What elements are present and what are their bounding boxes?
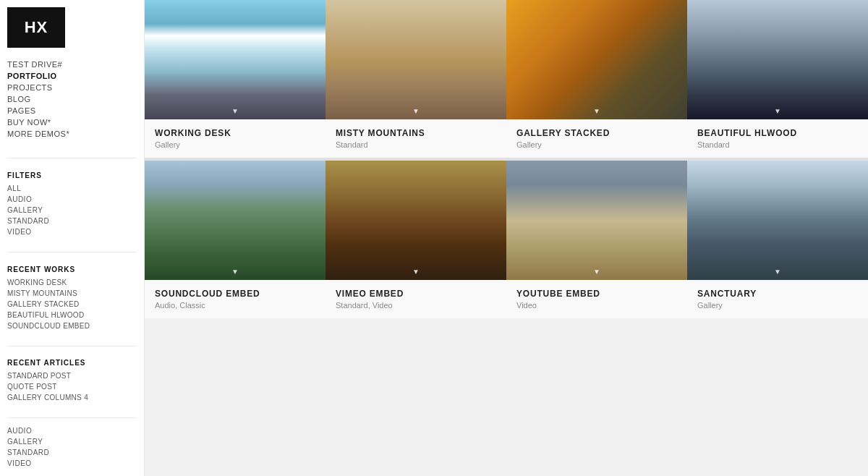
recent-work-1[interactable]: WORKING DESK — [7, 277, 137, 288]
portfolio-type-7: Video — [516, 301, 677, 310]
portfolio-type-2: Standard — [336, 140, 496, 149]
filter-gallery[interactable]: GALLERY — [7, 205, 137, 216]
portfolio-item-6[interactable]: VIMEO EMBED Standard, Video — [326, 161, 506, 318]
divider-3 — [7, 346, 137, 347]
portfolio-image-4 — [687, 0, 868, 119]
portfolio-item-1[interactable]: WORKING DESK Gallery — [145, 0, 326, 158]
portfolio-type-8: Gallery — [697, 301, 858, 310]
nav-item-testdrive[interactable]: TEST DRIVE# — [7, 59, 137, 70]
nav-item-moredemos[interactable]: MORE DEMOS* — [7, 128, 137, 140]
portfolio-image-6 — [326, 161, 506, 280]
portfolio-info-8: SANCTUARY Gallery — [687, 280, 868, 318]
recent-work-2[interactable]: MISTY MOUNTAINS — [7, 288, 137, 299]
portfolio-type-6: Standard, Video — [336, 301, 496, 310]
portfolio-image-3 — [506, 0, 687, 119]
portfolio-type-3: Gallery — [516, 140, 677, 149]
recent-articles-items: STANDARD POST QUOTE POST GALLERY COLUMNS… — [0, 370, 144, 410]
portfolio-item-5[interactable]: SOUNDCLOUD EMBED Audio, Classic — [145, 161, 326, 318]
filter-all[interactable]: ALL — [7, 183, 137, 194]
portfolio-item-8[interactable]: SANCTUARY Gallery — [687, 161, 868, 318]
portfolio-type-4: Standard — [697, 140, 858, 149]
portfolio-title-2: MISTY MOUNTAINS — [336, 128, 496, 138]
recent-work-5[interactable]: SOUNDCLOUD EMBED — [7, 320, 137, 331]
logo-text: HX — [25, 18, 48, 37]
portfolio-item-2[interactable]: MISTY MOUNTAINS Standard — [326, 0, 506, 158]
portfolio-image-5 — [145, 161, 326, 280]
nav-item-pages[interactable]: PAGES — [7, 105, 137, 116]
main-content: WORKING DESK Gallery MISTY MOUNTAINS Sta… — [145, 0, 868, 476]
nav-item-blog[interactable]: BLOG — [7, 93, 137, 105]
recent-article-1[interactable]: STANDARD POST — [7, 370, 137, 381]
portfolio-image-8 — [687, 161, 868, 280]
bottom-filter-gallery[interactable]: GALLERY — [7, 436, 137, 447]
filter-video[interactable]: VIDEO — [7, 226, 137, 237]
recent-works-items: WORKING DESK MISTY MOUNTAINS GALLERY STA… — [0, 277, 144, 339]
bottom-filter-audio[interactable]: AUDIO — [7, 425, 137, 436]
recent-article-3[interactable]: GALLERY COLUMNS 4 — [7, 392, 137, 403]
filter-audio[interactable]: AUDIO — [7, 194, 137, 205]
divider-4 — [7, 417, 137, 418]
portfolio-item-7[interactable]: YOUTUBE EMBED Video — [506, 161, 687, 318]
bottom-filter-video[interactable]: VIDEO — [7, 458, 137, 469]
recent-work-3[interactable]: GALLERY STACKED — [7, 299, 137, 310]
portfolio-image-1 — [145, 0, 326, 119]
filters-title: FILTERS — [0, 166, 144, 183]
portfolio-info-7: YOUTUBE EMBED Video — [506, 280, 687, 318]
portfolio-type-5: Audio, Classic — [155, 301, 315, 310]
divider-1 — [7, 158, 137, 158]
filter-items: ALL AUDIO GALLERY STANDARD VIDEO — [0, 183, 144, 245]
nav-item-projects[interactable]: PROJECTS — [7, 82, 137, 93]
nav-item-buynow[interactable]: BUY NOW* — [7, 116, 137, 128]
portfolio-title-3: GALLERY STACKED — [516, 128, 677, 138]
bottom-filter-items: AUDIO GALLERY STANDARD VIDEO — [0, 425, 144, 476]
divider-2 — [7, 252, 137, 252]
bottom-filter-standard[interactable]: STANDARD — [7, 447, 137, 458]
portfolio-image-7 — [506, 161, 687, 280]
portfolio-grid: WORKING DESK Gallery MISTY MOUNTAINS Sta… — [145, 0, 868, 318]
portfolio-info-5: SOUNDCLOUD EMBED Audio, Classic — [145, 280, 326, 318]
portfolio-info-2: MISTY MOUNTAINS Standard — [326, 119, 506, 158]
nav-menu: TEST DRIVE# PORTFOLIO PROJECTS BLOG PAGE… — [0, 59, 144, 150]
nav-item-portfolio[interactable]: PORTFOLIO — [7, 70, 137, 82]
recent-works-title: RECENT WORKS — [0, 260, 144, 277]
filter-standard[interactable]: STANDARD — [7, 216, 137, 226]
portfolio-title-6: VIMEO EMBED — [336, 289, 496, 299]
portfolio-title-1: WORKING DESK — [155, 128, 315, 138]
portfolio-title-7: YOUTUBE EMBED — [516, 289, 677, 299]
portfolio-title-5: SOUNDCLOUD EMBED — [155, 289, 315, 299]
recent-articles-title: RECENT ARTICLES — [0, 353, 144, 370]
portfolio-info-1: WORKING DESK Gallery — [145, 119, 326, 158]
portfolio-title-4: BEAUTIFUL HLWOOD — [697, 128, 858, 138]
portfolio-item-4[interactable]: BEAUTIFUL HLWOOD Standard — [687, 0, 868, 158]
portfolio-title-8: SANCTUARY — [697, 289, 858, 299]
portfolio-info-6: VIMEO EMBED Standard, Video — [326, 280, 506, 318]
sidebar: HX TEST DRIVE# PORTFOLIO PROJECTS BLOG P… — [0, 0, 145, 476]
portfolio-info-3: GALLERY STACKED Gallery — [506, 119, 687, 158]
recent-article-2[interactable]: QUOTE POST — [7, 381, 137, 392]
portfolio-info-4: BEAUTIFUL HLWOOD Standard — [687, 119, 868, 158]
portfolio-item-3[interactable]: GALLERY STACKED Gallery — [506, 0, 687, 158]
portfolio-image-2 — [326, 0, 506, 119]
logo[interactable]: HX — [7, 7, 65, 48]
portfolio-type-1: Gallery — [155, 140, 315, 149]
recent-work-4[interactable]: BEAUTIFUL HLWOOD — [7, 310, 137, 320]
